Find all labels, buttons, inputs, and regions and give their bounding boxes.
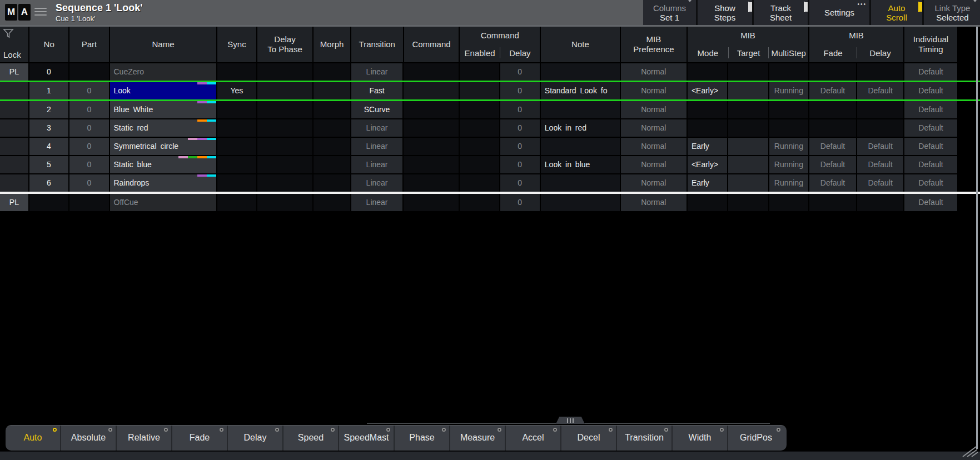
cell-command[interactable] bbox=[404, 63, 459, 81]
window-menu-icon[interactable] bbox=[34, 8, 47, 18]
cell-command-delay[interactable]: 0 bbox=[500, 156, 540, 173]
cue-row[interactable]: 10LookYesFast0Standard Look foNormal<Ear… bbox=[0, 82, 980, 99]
column-group-header-mib[interactable]: MIBFadeDelay bbox=[809, 27, 903, 62]
tab-decel[interactable]: Decel bbox=[561, 426, 617, 451]
cell-note[interactable] bbox=[541, 194, 620, 211]
cell-name[interactable]: OffCue bbox=[110, 194, 217, 211]
cell-no[interactable]: 0 bbox=[29, 63, 68, 81]
cell-sync[interactable] bbox=[217, 119, 256, 137]
column-header-delay[interactable]: Delay bbox=[857, 48, 903, 58]
cell-note[interactable] bbox=[541, 101, 620, 118]
cell-mib-multistep[interactable]: Running bbox=[769, 174, 808, 192]
cell-sync[interactable] bbox=[217, 194, 256, 211]
cell-delay-to-phase[interactable] bbox=[257, 82, 313, 99]
cell-mib-fade[interactable]: Default bbox=[809, 156, 856, 173]
cell-sync[interactable] bbox=[217, 101, 256, 118]
cell-mib-fade[interactable] bbox=[809, 119, 856, 137]
cell-part[interactable]: 0 bbox=[69, 101, 108, 118]
cell-morph[interactable] bbox=[314, 101, 350, 118]
cell-mib-delay[interactable] bbox=[857, 119, 903, 137]
column-header-cmd[interactable]: Command bbox=[404, 27, 459, 62]
cell-lock[interactable]: PL bbox=[0, 194, 28, 211]
cell-lock[interactable] bbox=[0, 101, 28, 118]
auto-scroll-button[interactable]: AutoScroll bbox=[871, 0, 922, 25]
column-group-header-command[interactable]: CommandEnabledDelay bbox=[460, 27, 540, 62]
column-header-fade[interactable]: Fade bbox=[809, 48, 857, 58]
tab-delay[interactable]: Delay bbox=[228, 426, 283, 451]
cell-mib-multistep[interactable]: Running bbox=[769, 82, 808, 99]
cell-command-delay[interactable]: 0 bbox=[500, 101, 540, 118]
cell-lock[interactable] bbox=[0, 174, 28, 192]
cue-row[interactable]: PLOffCueLinear0NormalDefault bbox=[0, 194, 980, 211]
cell-individual-timing[interactable]: Default bbox=[904, 101, 957, 118]
cell-lock[interactable]: PL bbox=[0, 63, 28, 81]
cell-mib-fade[interactable]: Default bbox=[809, 82, 856, 99]
cell-sync[interactable] bbox=[217, 63, 256, 81]
cell-transition[interactable]: Linear bbox=[351, 194, 403, 211]
cell-mib-multistep[interactable] bbox=[769, 194, 808, 211]
splitter-drag-handle[interactable] bbox=[556, 417, 585, 424]
cell-morph[interactable] bbox=[314, 194, 350, 211]
cell-command-delay[interactable]: 0 bbox=[500, 119, 540, 137]
column-header-dtp[interactable]: DelayTo Phase bbox=[257, 27, 313, 62]
cell-mib-mode[interactable] bbox=[688, 101, 727, 118]
track-sheet-button[interactable]: TrackSheet bbox=[754, 0, 808, 25]
cell-transition[interactable]: Linear bbox=[351, 119, 403, 137]
cell-mib-mode[interactable] bbox=[688, 194, 727, 211]
column-header-delay[interactable]: Delay bbox=[500, 48, 540, 58]
cell-delay-to-phase[interactable] bbox=[257, 138, 313, 155]
cell-morph[interactable] bbox=[314, 63, 350, 81]
column-header-name[interactable]: Name bbox=[110, 27, 217, 62]
cell-name[interactable]: Raindrops bbox=[110, 174, 217, 192]
cell-individual-timing[interactable]: Default bbox=[904, 194, 957, 211]
cell-command[interactable] bbox=[404, 82, 459, 99]
cell-transition[interactable]: Linear bbox=[351, 138, 403, 155]
cell-note[interactable] bbox=[541, 63, 620, 81]
cell-name[interactable]: Symmetrical circle bbox=[110, 138, 217, 155]
cell-command-enabled[interactable] bbox=[460, 82, 499, 99]
cell-command-enabled[interactable] bbox=[460, 101, 499, 118]
cell-mib-mode[interactable] bbox=[688, 119, 727, 137]
column-header-note[interactable]: Note bbox=[541, 27, 620, 62]
cell-mib-target[interactable] bbox=[728, 82, 768, 99]
show-steps-button[interactable]: ShowSteps bbox=[698, 0, 752, 25]
cell-delay-to-phase[interactable] bbox=[257, 101, 313, 118]
column-header-mibp[interactable]: MIBPreference bbox=[621, 27, 687, 62]
cell-delay-to-phase[interactable] bbox=[257, 156, 313, 173]
column-header-no[interactable]: No bbox=[29, 27, 68, 62]
cell-note[interactable]: Look in red bbox=[541, 119, 620, 137]
cell-sync[interactable] bbox=[217, 138, 256, 155]
settings-button[interactable]: Settings••• bbox=[809, 0, 869, 25]
cell-delay-to-phase[interactable] bbox=[257, 174, 313, 192]
cell-mib-target[interactable] bbox=[728, 138, 768, 155]
column-header-lock[interactable]: Lock bbox=[0, 27, 28, 62]
cell-part[interactable]: 0 bbox=[69, 82, 108, 99]
cell-name[interactable]: Static blue bbox=[110, 156, 217, 173]
column-header-part[interactable]: Part bbox=[69, 27, 108, 62]
cell-morph[interactable] bbox=[314, 156, 350, 173]
column-header-enabled[interactable]: Enabled bbox=[460, 48, 499, 58]
cell-part[interactable] bbox=[69, 63, 108, 81]
cell-morph[interactable] bbox=[314, 174, 350, 192]
cell-command-delay[interactable]: 0 bbox=[500, 194, 540, 211]
cell-mib-target[interactable] bbox=[728, 119, 768, 137]
cell-mib-delay[interactable]: Default bbox=[857, 156, 903, 173]
cell-no[interactable] bbox=[29, 194, 68, 211]
cell-mib-multistep[interactable]: Running bbox=[769, 138, 808, 155]
column-header-morph[interactable]: Morph bbox=[314, 27, 350, 62]
cell-mib-preference[interactable]: Normal bbox=[621, 194, 687, 211]
cell-command-enabled[interactable] bbox=[460, 156, 499, 173]
cell-lock[interactable] bbox=[0, 82, 28, 99]
cell-note[interactable]: Standard Look fo bbox=[541, 82, 620, 99]
cell-transition[interactable]: Linear bbox=[351, 174, 403, 192]
cell-command[interactable] bbox=[404, 119, 459, 137]
column-header-mode[interactable]: Mode bbox=[688, 48, 728, 58]
cell-mib-fade[interactable] bbox=[809, 101, 856, 118]
cell-delay-to-phase[interactable] bbox=[257, 119, 313, 137]
cell-mib-preference[interactable]: Normal bbox=[621, 63, 687, 81]
cell-command[interactable] bbox=[404, 194, 459, 211]
cell-lock[interactable] bbox=[0, 138, 28, 155]
ma-logo[interactable]: M A bbox=[5, 4, 31, 21]
cell-command[interactable] bbox=[404, 138, 459, 155]
cell-mib-delay[interactable]: Default bbox=[857, 174, 903, 192]
